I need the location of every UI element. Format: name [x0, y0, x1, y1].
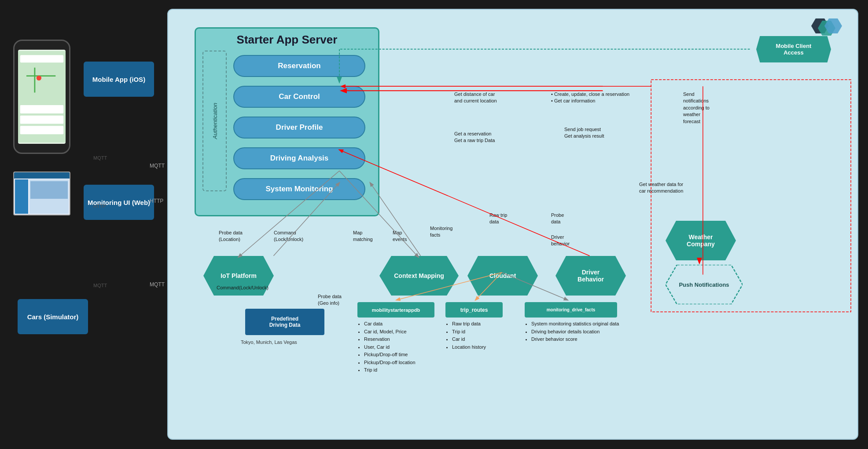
server-box: Starter App Server Authentication Reserv… [195, 27, 379, 216]
annotation-probe-location: Probe data(Location) [219, 230, 243, 243]
predefined-driving-data-box: Predefined Driving Data [245, 309, 324, 335]
monitoring-db-bullets: System monitoring statistics original da… [525, 320, 619, 343]
mobile-client-box: Mobile Client Access [756, 36, 831, 62]
db-monitoring: monitoring_drive_facts [525, 302, 617, 318]
annotation-probe-geo: Probe data(Geo info) [318, 293, 342, 307]
svg-rect-12 [30, 181, 68, 199]
annotation-map-events: Mapevents [393, 230, 407, 243]
svg-point-7 [37, 76, 41, 80]
annotation-http-top: HTTP [93, 203, 106, 210]
annotation-send-notif: Sendnotificationsaccording toweatherfore… [683, 91, 736, 125]
svg-rect-3 [20, 55, 64, 62]
svg-rect-9 [14, 172, 70, 179]
auth-box: Authentication [202, 51, 227, 191]
module-sysmonitoring: System Monitoring [233, 178, 365, 200]
mqtt-label-bottom: MQTT [150, 281, 165, 288]
predefined-subtitle: Tokyo, Munich, Las Vegas [241, 339, 297, 345]
annotation-create-update: • Create, update, close a reservation• G… [551, 91, 629, 105]
cars-sim-box: Cars (Simulator) [18, 299, 88, 334]
mobility-db-bullets: Car data Car id, Model, Price Reservatio… [357, 320, 416, 374]
annotation-get-distance: Get distance of carand current location [454, 91, 497, 105]
module-reservation: Reservation [233, 55, 365, 77]
auth-label: Authentication [211, 103, 218, 139]
phone-screen [18, 50, 66, 144]
annotation-probe-data: Probedata [551, 212, 564, 226]
module-carcontrol: Car Control [233, 86, 365, 108]
mobile-app-box: Mobile App (iOS) [84, 62, 154, 97]
svg-rect-5 [20, 116, 64, 124]
trip-db-bullets: Raw trip data Trip id Car id Location hi… [445, 320, 486, 351]
annotation-command-lock: Command(Lock/Unlock) [274, 230, 303, 243]
annotation-command-lock2: Command(Lock/Unlock) [217, 285, 268, 291]
annotation-driver-behavior: Driverbehavior [551, 234, 570, 248]
annotation-monitoring-facts: Monitoringfacts [430, 225, 452, 239]
annotation-get-reservation: Get a reservationGet a raw trip Data [454, 131, 495, 144]
mqtt-label-top: MQTT [150, 163, 165, 169]
module-drivinganalysis: Driving Analysis [233, 147, 365, 169]
db-mobility: mobilitystarterappdb [357, 302, 434, 318]
annotation-get-weather: Get weather data forcar recommendation [639, 181, 683, 195]
phone-mockup [13, 40, 70, 154]
svg-rect-6 [20, 126, 64, 134]
svg-rect-4 [20, 105, 64, 113]
annotation-mqtt-bottom: MQTT [93, 282, 107, 289]
svg-rect-10 [15, 179, 28, 214]
http-label-top: HTTP [150, 198, 163, 204]
annotation-send-job: Send job requestGet analysis result [564, 126, 604, 140]
module-driverprofile: Driver Profile [233, 117, 365, 139]
context-mapping-hex: Context Mapping [379, 256, 459, 296]
main-diagram: Starter App Server Authentication Reserv… [167, 9, 858, 440]
push-notifications-hex-wrapper: Push Notifications [666, 265, 743, 304]
weather-company-hex: Weather Company [666, 221, 736, 260]
web-mockup [13, 172, 70, 215]
cloudant-hex: Cloudant [467, 256, 538, 296]
db-trip: trip_routes [445, 302, 503, 318]
server-title: Starter App Server [196, 29, 378, 49]
annotation-mqtt-top: MQTT [93, 155, 107, 161]
annotation-raw-trip: Raw tripdata [489, 212, 507, 226]
driver-behavior-hex: Driver Behavior [555, 256, 626, 296]
annotation-map-matching: Mapmatching [353, 230, 373, 243]
monitoring-ui-box: Monitoring UI (Web) [84, 185, 154, 220]
